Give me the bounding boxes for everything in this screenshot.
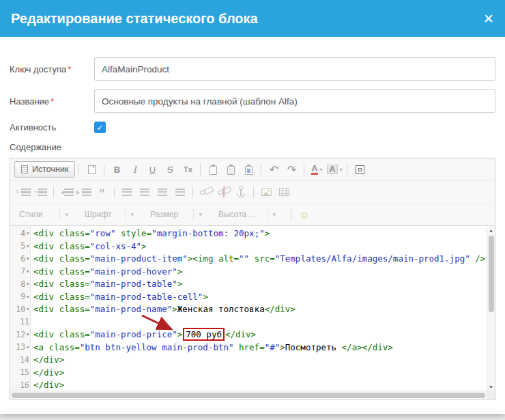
horizontal-scrollbar[interactable]: [10, 391, 487, 399]
bulleted-list-icon-prefix: •: [35, 189, 37, 195]
fold-marker-icon[interactable]: ▾: [26, 281, 29, 287]
table-icon[interactable]: [276, 184, 292, 200]
line-number: 9▾: [10, 291, 30, 304]
source-button[interactable]: Источник: [14, 161, 75, 178]
access-key-row: Ключ доступа*: [10, 57, 495, 81]
code-token: "#": [265, 342, 280, 352]
smiley-icon[interactable]: ☺: [296, 206, 313, 223]
line-number: 11: [10, 316, 30, 329]
code-token: "col-xs-4": [90, 241, 141, 251]
source-button-label: Источник: [32, 165, 68, 174]
code-line: <a class="btn btn-yellow main-prod-btn" …: [33, 341, 495, 354]
paste-from-word-icon[interactable]: [240, 161, 257, 178]
align-left-icon[interactable]: [119, 184, 135, 200]
line-number-gutter: 4▾5▾6▾7▾8▾9▾10▾1112▾13▾141516: [10, 226, 31, 399]
italic-icon[interactable]: I: [126, 161, 143, 178]
link-icon-glyph: [199, 188, 208, 196]
table-icon-glyph: [279, 188, 289, 196]
align-center-icon-glyph: [140, 188, 149, 196]
text-color-icon[interactable]: A▾: [308, 161, 325, 178]
code-token: <div class=: [33, 253, 90, 264]
scroll-down-icon[interactable]: ▼: [487, 382, 495, 391]
fold-marker-icon[interactable]: ▾: [26, 345, 29, 350]
chevron-down-icon: ▾: [340, 167, 343, 173]
code-token: >: [177, 279, 183, 289]
outdent-icon[interactable]: [58, 184, 74, 200]
fold-marker-icon[interactable]: ▾: [26, 256, 29, 262]
modal-body: Ключ доступа* Название* Активность ✓ Сод…: [0, 37, 505, 408]
underline-icon[interactable]: U: [144, 161, 160, 178]
align-center-icon[interactable]: [136, 184, 153, 200]
bg-color-icon-glyph: A: [327, 165, 337, 174]
horizontal-scrollbar-thumb[interactable]: [12, 393, 485, 398]
name-input[interactable]: [94, 89, 495, 113]
code-token: >: [172, 304, 177, 314]
paste-icon[interactable]: [205, 161, 221, 178]
content-row: Содержание: [10, 142, 495, 152]
undo-icon[interactable]: ↶: [265, 161, 282, 178]
vertical-scrollbar-thumb[interactable]: [489, 236, 494, 312]
close-icon[interactable]: ✕: [483, 12, 494, 25]
source-code-area: 4▾5▾6▾7▾8▾9▾10▾1112▾13▾141516 <div class…: [10, 226, 495, 399]
numbered-list-icon-prefix: 1.: [16, 189, 20, 195]
maximize-icon-glyph: [356, 165, 364, 174]
code-token: "": [239, 253, 249, 264]
code-line: <div class="col-xs-4">: [33, 240, 495, 253]
strikethrough-icon-glyph: S: [167, 165, 173, 175]
fold-marker-icon[interactable]: ▾: [26, 307, 29, 312]
bold-icon[interactable]: B: [109, 161, 125, 178]
redo-icon[interactable]: ↷: [283, 161, 300, 178]
toolbar-separator: [304, 164, 304, 176]
code-token: </a></div>: [342, 342, 393, 352]
line-number: 12▾: [10, 328, 30, 341]
styles-dropdown-label: Стили: [19, 210, 43, 219]
maximize-icon[interactable]: [351, 161, 368, 178]
chevron-down-icon: ▾: [59, 209, 68, 220]
bulleted-list-icon-glyph: [38, 188, 47, 196]
line-height-dropdown[interactable]: Высота ...▾: [214, 206, 280, 223]
blockquote-icon[interactable]: ”: [93, 184, 110, 200]
code-line: </div>: [33, 354, 495, 367]
numbered-list-icon[interactable]: 1.: [15, 184, 31, 200]
new-page-icon[interactable]: [83, 161, 100, 178]
toolbar-separator: [291, 209, 291, 221]
bulleted-list-icon[interactable]: •: [33, 184, 49, 200]
fold-marker-icon[interactable]: ▾: [26, 294, 29, 300]
code-editor[interactable]: <div class="row" style="margin-bottom: 2…: [31, 226, 495, 399]
editor-toolbar-row2: 1.•”: [10, 181, 495, 204]
access-key-input[interactable]: [94, 57, 495, 81]
image-icon[interactable]: [258, 184, 274, 200]
chevron-down-icon: ▾: [320, 167, 323, 173]
indent-icon[interactable]: [76, 184, 92, 200]
fold-marker-icon[interactable]: ▾: [26, 269, 29, 275]
link-icon[interactable]: [197, 184, 214, 200]
bg-color-icon[interactable]: A▾: [326, 161, 343, 178]
align-left-icon-glyph: [122, 188, 132, 196]
align-justify-icon[interactable]: [172, 184, 188, 200]
align-right-icon[interactable]: [154, 184, 171, 200]
paste-plain-text-icon[interactable]: [222, 161, 239, 178]
unlink-icon[interactable]: [215, 184, 231, 200]
code-token: >: [177, 266, 183, 277]
editor-toolbar-row3: Стили▾ Шрифт▾ Размер▾ Высота ...▾ ☺: [10, 204, 495, 226]
fold-marker-icon[interactable]: ▾: [26, 231, 29, 236]
size-dropdown[interactable]: Размер▾: [145, 206, 207, 223]
fold-marker-icon[interactable]: ▾: [26, 244, 29, 249]
fold-marker-icon[interactable]: ▾: [26, 332, 29, 337]
remove-format-icon[interactable]: Tx: [179, 161, 196, 178]
toolbar-separator: [347, 164, 347, 176]
vertical-scrollbar[interactable]: ▲ ▼: [487, 226, 495, 391]
font-dropdown[interactable]: Шрифт▾: [80, 206, 139, 223]
anchor-icon[interactable]: [233, 184, 249, 200]
styles-dropdown[interactable]: Стили▾: [14, 206, 73, 223]
name-row: Название*: [10, 89, 495, 113]
code-token: "btn btn-yellow main-prod-btn": [80, 342, 234, 352]
line-number: 14: [10, 354, 30, 367]
strikethrough-icon[interactable]: S: [162, 161, 178, 178]
code-token: >: [141, 241, 147, 251]
chevron-down-icon: ▾: [267, 209, 276, 220]
content-label: Содержание: [10, 142, 94, 152]
scroll-up-icon[interactable]: ▲: [487, 226, 495, 234]
activity-checkbox[interactable]: ✓: [94, 122, 106, 133]
chevron-down-icon: ▾: [193, 209, 202, 220]
